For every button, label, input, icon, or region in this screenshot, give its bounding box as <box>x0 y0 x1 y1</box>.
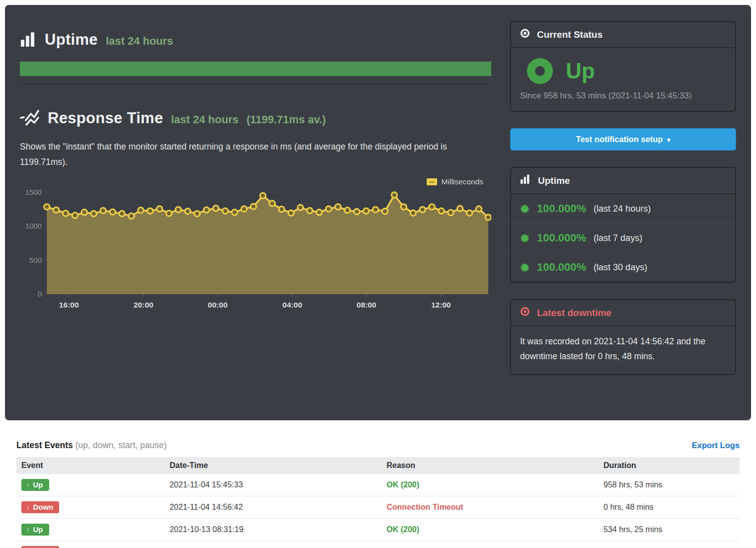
uptime-period: (last 30 days) <box>594 262 647 273</box>
uptime-card-title: Uptime <box>538 175 570 186</box>
response-time-chart: Milliseconds 05001000150016:0020:0000:00… <box>20 177 491 313</box>
event-status-badge: ↓ Down <box>21 501 59 513</box>
response-average: (1199.71ms av.) <box>246 113 326 126</box>
uptime-period: (last 7 days) <box>594 233 642 243</box>
current-status-header: Current Status <box>511 22 735 48</box>
uptime-title: Uptime <box>45 31 98 49</box>
bar-chart-icon <box>20 32 37 48</box>
test-notification-button[interactable]: Test notification setup ▾ <box>510 128 736 151</box>
legend-label: Milliseconds <box>442 177 483 186</box>
event-cell: ↓ Down <box>16 496 164 518</box>
latest-events-section: Latest Events (up, down, start, pause) E… <box>0 425 756 548</box>
event-reason: OK (200) <box>381 474 599 496</box>
event-badge-label: Down <box>33 503 54 511</box>
response-subtitle: last 24 hours <box>171 113 238 126</box>
event-status-badge: ↑ Up <box>21 524 49 536</box>
column-event: Event <box>16 457 164 474</box>
svg-text:500: 500 <box>29 256 42 264</box>
event-cell: ↓ Down <box>16 541 164 548</box>
dot-circle-icon <box>520 28 530 41</box>
event-reason: Connection Timeout <box>381 541 599 548</box>
arrow-icon: ↓ <box>26 503 30 511</box>
event-datetime: 2021-11-04 15:45:33 <box>164 474 381 496</box>
arrow-icon: ↑ <box>26 481 30 488</box>
response-description: Shows the "instant" that the monitor sta… <box>20 139 491 169</box>
uptime-section-title: Uptime last 24 hours <box>20 31 491 49</box>
event-duration: 958 hrs, 53 mins <box>599 474 740 496</box>
latest-events-label: Latest Events <box>16 440 73 450</box>
column-duration: Duration <box>599 457 740 474</box>
burst-badge-icon <box>520 263 529 272</box>
current-status-card: Current Status Up Since 958 hrs, 53 mins… <box>510 21 736 112</box>
svg-text:0: 0 <box>38 290 42 298</box>
response-time-plot: 05001000150016:0020:0000:0004:0008:0012:… <box>20 188 491 313</box>
caret-down-icon: ▾ <box>667 136 671 144</box>
current-status-title: Current Status <box>537 29 603 40</box>
svg-text:04:00: 04:00 <box>283 301 302 309</box>
event-cell: ↑ Up <box>16 518 164 541</box>
column-datetime: Date-Time <box>164 457 381 474</box>
bar-chart-icon <box>520 174 531 187</box>
burst-badge-icon <box>520 204 529 214</box>
line-chart-icon <box>20 109 40 127</box>
svg-text:1500: 1500 <box>25 188 42 196</box>
status-column: Current Status Up Since 958 hrs, 53 mins… <box>510 20 736 391</box>
event-row: ↓ Down 2021-11-04 14:56:42 Connection Ti… <box>16 496 740 518</box>
status-state: Up <box>566 59 595 83</box>
up-status-icon <box>527 58 553 84</box>
dot-circle-icon <box>520 307 530 319</box>
uptime-row: 100.000% (last 24 hours) <box>511 194 735 223</box>
test-notification-label: Test notification setup <box>576 135 663 144</box>
current-status-body: Up Since 958 hrs, 53 mins (2021-11-04 15… <box>511 48 735 111</box>
uptime-card: Uptime 100.000% (last 24 hours) 100.000%… <box>510 167 736 283</box>
event-row: ↓ Down 2021-10-13 07:35:49 Connection Ti… <box>16 541 740 548</box>
svg-text:00:00: 00:00 <box>208 301 227 309</box>
uptime-percentage: 100.000% <box>537 202 586 215</box>
event-row: ↑ Up 2021-10-13 08:31:19 OK (200) 534 hr… <box>16 518 740 541</box>
response-section-title: Response Time last 24 hours (1199.71ms a… <box>20 109 491 127</box>
latest-downtime-card: Latest downtime It was recorded on 2021-… <box>510 299 736 375</box>
latest-downtime-text: It was recorded on 2021-11-04 14:56:42 a… <box>511 326 735 374</box>
svg-text:08:00: 08:00 <box>357 301 377 309</box>
event-status-badge: ↓ Down <box>21 546 59 548</box>
uptime-subtitle: last 24 hours <box>106 35 173 48</box>
burst-badge-icon <box>520 234 529 243</box>
column-reason: Reason <box>381 457 599 474</box>
event-reason: Connection Timeout <box>381 496 599 518</box>
event-duration: 0 hrs, 55 mins <box>599 541 740 548</box>
svg-text:12:00: 12:00 <box>431 301 451 309</box>
events-table: Event Date-Time Reason Duration ↑ Up 202… <box>16 457 740 548</box>
event-cell: ↑ Up <box>16 474 164 496</box>
uptime-card-header: Uptime <box>511 168 735 194</box>
event-datetime: 2021-10-13 07:35:49 <box>164 541 381 548</box>
uptime-row: 100.000% (last 7 days) <box>511 223 735 252</box>
event-status-badge: ↑ Up <box>21 479 49 491</box>
event-badge-label: Up <box>33 525 43 534</box>
events-table-header: Event Date-Time Reason Duration <box>16 457 740 474</box>
milliseconds-swatch-icon <box>427 178 437 185</box>
event-duration: 0 hrs, 48 mins <box>599 496 740 518</box>
svg-text:16:00: 16:00 <box>59 301 79 309</box>
uptime-rows: 100.000% (last 24 hours) 100.000% (last … <box>511 194 735 282</box>
arrow-icon: ↑ <box>26 526 30 533</box>
chart-legend: Milliseconds <box>20 177 491 186</box>
latest-events-title: Latest Events (up, down, start, pause) <box>16 440 167 451</box>
uptime-percentage: 100.000% <box>537 232 586 244</box>
svg-text:1000: 1000 <box>25 222 42 231</box>
latest-events-subtitle: (up, down, start, pause) <box>76 440 167 450</box>
monitor-panel: Uptime last 24 hours Response Time last … <box>5 5 751 420</box>
export-logs-link[interactable]: Export Logs <box>692 441 740 450</box>
response-title: Response Time <box>48 109 163 127</box>
uptime-row: 100.000% (last 30 days) <box>511 252 735 282</box>
event-datetime: 2021-11-04 14:56:42 <box>164 496 381 518</box>
uptime-bar <box>20 62 491 76</box>
svg-text:20:00: 20:00 <box>134 301 153 309</box>
event-row: ↑ Up 2021-11-04 15:45:33 OK (200) 958 hr… <box>16 474 740 496</box>
latest-downtime-title: Latest downtime <box>537 308 611 318</box>
event-duration: 534 hrs, 25 mins <box>599 518 740 541</box>
event-datetime: 2021-10-13 08:31:19 <box>164 518 381 541</box>
event-reason: OK (200) <box>381 518 599 541</box>
uptime-period: (last 24 hours) <box>594 204 651 214</box>
charts-column: Uptime last 24 hours Response Time last … <box>20 20 491 391</box>
divider <box>20 84 491 84</box>
